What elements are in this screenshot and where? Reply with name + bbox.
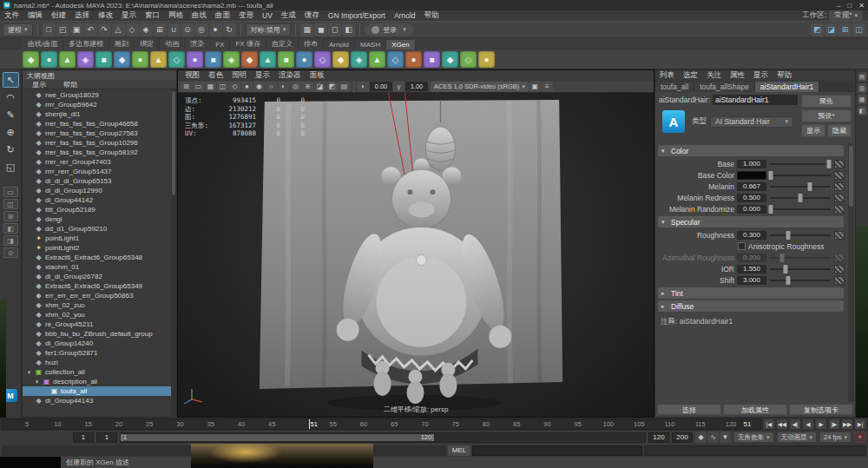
xgen-shelf-tool-icon[interactable]: ▲ [150, 51, 167, 68]
outliner-item[interactable]: ◆ xhm_02_zuo [23, 300, 176, 310]
textured-mode-icon[interactable]: ◉ [253, 82, 265, 92]
menu-item[interactable]: 帮助 [420, 10, 444, 21]
outliner-item[interactable]: ◆ rrer_rer_Group47403 [23, 157, 176, 167]
playback-end-field[interactable]: 120 [648, 432, 669, 443]
minimize-button[interactable]: – [837, 2, 840, 10]
xgen-shelf-tool-icon[interactable]: ◆ [241, 51, 258, 68]
lasso-select-tool-icon[interactable]: ◠ [3, 89, 19, 105]
outliner-item[interactable]: ◆ re_Group45211 [23, 320, 176, 329]
attribute-editor-toggle-icon[interactable]: ▤ [858, 72, 867, 82]
slider-handle[interactable] [786, 276, 791, 285]
redo-icon[interactable]: ↷ [98, 23, 111, 36]
attribute-value-field[interactable]: 0.500 [737, 194, 766, 202]
xgen-shelf-tool-icon[interactable]: ◆ [114, 51, 130, 68]
select-tool-icon[interactable]: ↖ [3, 72, 19, 88]
ipr-render-icon[interactable]: ◻ [328, 23, 341, 36]
command-input[interactable] [472, 445, 642, 456]
xgen-shelf-tool-icon[interactable]: ● [478, 51, 495, 68]
go-to-start-button[interactable]: |◀ [763, 419, 775, 430]
ae-menu-item[interactable]: 显示 [749, 70, 773, 81]
map-texture-button[interactable] [834, 182, 845, 191]
viewport-menu-item[interactable]: 显示 [251, 70, 274, 81]
step-forward-key-button[interactable]: ▶▶ [841, 419, 853, 430]
shelf-tab[interactable]: 渲染 [185, 38, 210, 49]
move-tool-icon[interactable]: ⊕ [3, 124, 19, 140]
shelf-tab[interactable]: 自定义 [266, 38, 299, 49]
outliner-item[interactable]: ✦ pointLight2 [23, 243, 176, 253]
step-forward-frame-button[interactable]: |▶ [828, 419, 840, 430]
isolate-select-icon[interactable]: ◩ [326, 82, 338, 92]
shelf-tab[interactable]: 曲线/曲面 [23, 38, 63, 49]
attribute-checkbox[interactable] [738, 242, 746, 250]
menu-item[interactable]: UV [258, 11, 277, 20]
attribute-slider[interactable] [770, 160, 831, 168]
snap-grid-icon[interactable]: ⊞ [154, 23, 167, 36]
scale-tool-icon[interactable]: ◱ [3, 159, 19, 175]
sound-icon[interactable]: ∿ [707, 432, 719, 443]
outliner-item[interactable]: ◆ rwe_Group18029 [23, 90, 176, 100]
ae-footer-button[interactable]: 加载属性 [723, 404, 787, 415]
outliner-item[interactable]: ◆ fer1:Group52871 [23, 348, 176, 358]
panel-layout-icon[interactable]: ◫ [852, 23, 865, 36]
close-button[interactable]: ✕ [858, 2, 865, 10]
ae-menu-item[interactable]: 帮助 [773, 70, 796, 81]
ae-menu-item[interactable]: 关注 [702, 70, 726, 81]
xgen-shelf-tool-icon[interactable]: ■ [95, 51, 112, 68]
outliner-item[interactable]: ◆ Extract6_Extract6_Group65349 [23, 281, 176, 291]
outliner-item[interactable]: ◆ dd_d1_Group59210 [23, 224, 176, 234]
ae-menu-item[interactable]: 选定 [679, 70, 702, 81]
xgen-shelf-tool-icon[interactable]: ■ [424, 51, 440, 68]
outliner-item[interactable]: ◆ di_Group44142 [23, 195, 176, 205]
attribute-value-field[interactable]: 0.000 [737, 205, 766, 214]
outliner-item[interactable]: ◆ rrrr_rerr_Group51437 [23, 167, 176, 176]
sign-in-button[interactable]: 登录 [365, 23, 413, 36]
render-view-icon[interactable]: ▦ [300, 23, 313, 36]
attribute-slider[interactable] [770, 265, 831, 274]
attribute-editor-scrollbar[interactable] [848, 143, 854, 402]
shelf-tab[interactable]: 多边形建模 [63, 38, 109, 49]
outliner-item[interactable]: ◆ di_di_Group12990 [23, 186, 176, 195]
menu-item[interactable]: 文件 [0, 10, 23, 21]
animation-layer-dropdown[interactable]: 无动画层 [777, 432, 818, 443]
outliner-item[interactable]: ◆ di_Group44143 [23, 396, 176, 405]
highlight-selection-icon[interactable]: ◩ [811, 23, 824, 36]
current-time-marker[interactable]: 51 [309, 419, 310, 429]
render-settings-icon[interactable]: ◧ [342, 23, 355, 36]
zoom-layout-icon[interactable]: ⊙ [3, 247, 18, 258]
show-button[interactable]: 显示 [801, 124, 825, 137]
xgen-shelf-tool-icon[interactable]: ◇ [168, 51, 185, 68]
xgen-shelf-tool-icon[interactable]: ◇ [314, 51, 331, 68]
outliner-item[interactable]: ▾ ▣ collection_all [23, 367, 176, 377]
modeling-toolkit-toggle-icon[interactable]: ◧ [858, 106, 867, 115]
bookmark-icon[interactable]: ▼ [720, 432, 731, 443]
select-object-icon[interactable]: ◇ [126, 23, 139, 36]
xgen-create-description-icon[interactable]: ◆ [23, 51, 39, 68]
outliner-item[interactable]: ◆ dengl [23, 214, 176, 224]
attribute-slider[interactable] [770, 254, 831, 262]
outliner-item[interactable]: ◆ tttt_Group52189 [23, 205, 176, 214]
xgen-shelf-tool-icon[interactable]: ● [405, 51, 422, 68]
outliner-item[interactable]: ◆ rrer_fas_fas_fas_Group27583 [23, 129, 176, 138]
lights-icon[interactable]: ○ [266, 82, 277, 92]
xgen-shelf-tool-icon[interactable]: ◈ [77, 51, 94, 68]
menu-item[interactable]: 曲线 [187, 10, 211, 21]
shelf-tab[interactable]: 动画 [160, 38, 185, 49]
slider-handle[interactable] [769, 205, 773, 214]
symmetry-dropdown[interactable]: 对称:禁用 [246, 23, 292, 36]
xgen-shelf-tool-icon[interactable]: ▲ [59, 51, 76, 68]
map-texture-button[interactable] [834, 171, 845, 180]
outliner-menu-item[interactable]: 帮助 [59, 80, 82, 89]
ae-menu-item[interactable]: 属性 [726, 70, 749, 81]
menu-item[interactable]: 窗口 [141, 10, 164, 21]
step-back-frame-button[interactable]: ◀| [789, 419, 801, 430]
construction-history-icon[interactable]: ↻ [223, 23, 236, 36]
viewport-menu-item[interactable]: 着色 [204, 70, 227, 81]
exposure-field[interactable]: 0.00 [370, 82, 392, 91]
view-transform-dropdown[interactable]: ACES 1.0 SDR-video (sRGB) [431, 82, 529, 92]
shelf-tab[interactable]: 雕刻 [109, 38, 135, 49]
play-forwards-button[interactable]: ▶ [815, 419, 827, 430]
maximize-button[interactable]: □ [847, 2, 852, 10]
attribute-slider[interactable] [770, 205, 831, 214]
gate-mask-icon[interactable]: ◫ [217, 82, 228, 92]
xgen-shelf-tool-icon[interactable]: ◇ [387, 51, 404, 68]
